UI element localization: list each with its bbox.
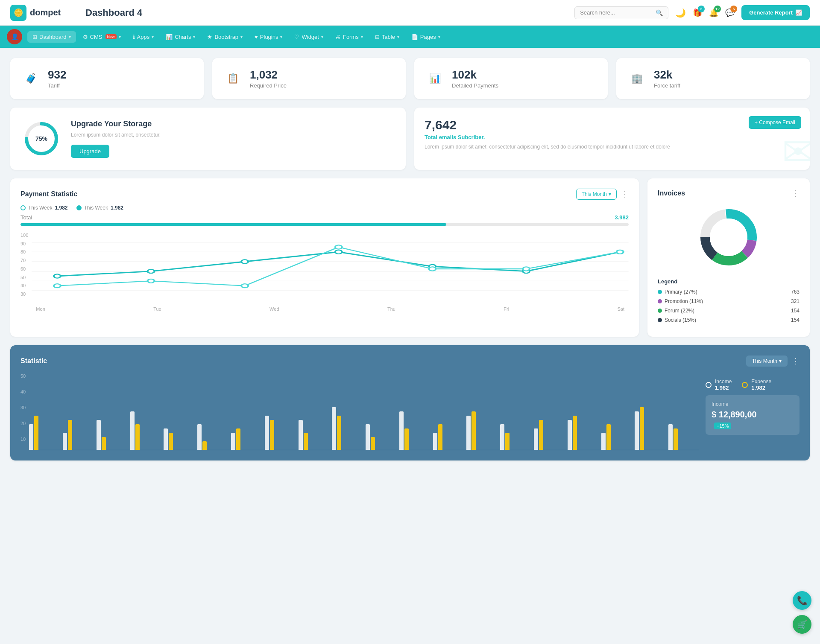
bar-yellow-8 (270, 420, 274, 450)
bar-group-11 (366, 424, 396, 450)
nav-label-dashboard: Dashboard (39, 34, 67, 40)
legend-item-2: This Week 1.982 (76, 205, 124, 211)
chevron-down-icon-forms: ▾ (361, 35, 363, 39)
bar-group-20 (668, 424, 699, 450)
nav-item-apps[interactable]: ℹ Apps ▾ (128, 31, 159, 43)
bar-yellow-4 (135, 424, 140, 450)
bar-white-9 (299, 420, 303, 450)
notification-button[interactable]: 🔔 12 (709, 8, 718, 17)
bar-white-19 (635, 411, 639, 450)
nav-item-charts[interactable]: 📊 Charts ▾ (161, 31, 200, 43)
chat-button[interactable]: 💬 5 (725, 8, 735, 17)
detailed-payments-value: 102k (452, 68, 498, 82)
svg-point-11 (335, 250, 342, 254)
bar-yellow-12 (404, 428, 409, 450)
line-chart-svg (32, 233, 629, 305)
bar-yellow-3 (102, 437, 106, 450)
statistic-title: Statistic (20, 357, 47, 365)
main-content: 🧳 932 Tariff 📋 1,032 Required Price 📊 10… (0, 48, 820, 479)
legend-left-socials: Socials (15%) (658, 317, 696, 323)
theme-toggle-icon[interactable]: 🌙 (675, 8, 686, 18)
y-90: 90 (20, 241, 28, 246)
stat-card-tariff: 🧳 932 Tariff (10, 58, 204, 99)
pages-nav-icon: 📄 (411, 34, 418, 40)
total-value: 3.982 (615, 214, 629, 221)
nav-item-dashboard[interactable]: ⊞ Dashboard ▾ (27, 31, 76, 43)
nav-item-table[interactable]: ⊟ Table ▾ (370, 31, 404, 43)
payment-legend: This Week 1.982 This Week 1.982 (20, 205, 629, 211)
nav-item-plugins[interactable]: ♥ Plugins ▾ (249, 31, 287, 43)
search-input[interactable] (580, 9, 652, 16)
chat-badge: 5 (730, 6, 737, 12)
payment-more-button[interactable]: ⋮ (621, 189, 629, 199)
compose-email-button[interactable]: + Compose Email (749, 116, 801, 129)
force-tariff-label: Force tariff (654, 82, 680, 89)
upgrade-button[interactable]: Upgrade (71, 145, 109, 158)
notification-badge: 12 (714, 6, 721, 12)
detailed-payments-icon: 📊 (425, 68, 445, 89)
required-price-value: 1,032 (250, 68, 287, 82)
bar-white-13 (433, 433, 437, 450)
income-amount: $ 12,890,00 (712, 410, 757, 420)
required-price-label: Required Price (250, 82, 287, 89)
bar-yellow-11 (371, 437, 375, 450)
bar-group-18 (601, 424, 632, 450)
nav-label-table: Table (382, 34, 395, 40)
nav-label-pages: Pages (420, 34, 436, 40)
statistic-header: Statistic This Month ▾ ⋮ (20, 356, 800, 367)
payment-progress-fill (20, 223, 446, 226)
gift-badge: 2 (698, 6, 705, 12)
storage-donut: 75% (22, 119, 61, 158)
storage-card: 75% Upgrade Your Storage Lorem ipsum dol… (10, 108, 406, 170)
total-label: Total (20, 214, 32, 221)
header-icons: 🌙 🎁 2 🔔 12 💬 5 Generate Report 📈 (675, 5, 810, 20)
gift-button[interactable]: 🎁 2 (693, 8, 702, 17)
bar-yellow-10 (337, 416, 341, 450)
nav-label-plugins: Plugins (260, 34, 278, 40)
statistic-month-label: This Month (752, 358, 777, 364)
y-40: 40 (20, 283, 28, 288)
invoices-title: Invoices (658, 189, 685, 197)
this-month-button[interactable]: This Month ▾ (576, 189, 617, 200)
search-box[interactable]: 🔍 (574, 6, 668, 19)
svg-point-27 (710, 219, 747, 256)
expense-legend-val: 1.982 (751, 385, 771, 391)
legend-header: Legend (658, 278, 800, 285)
generate-report-button[interactable]: Generate Report 📈 (741, 5, 810, 20)
bar-chart-area: 50 40 30 20 10 (20, 373, 699, 450)
bar-group-5 (164, 428, 194, 450)
email-background-icon: ✉ (782, 129, 810, 170)
socials-color-dot (658, 318, 662, 322)
promotion-legend-value: 321 (791, 298, 800, 304)
x-fri: Fri (504, 306, 509, 312)
invoices-header: Invoices ⋮ (658, 189, 800, 198)
primary-color-dot (658, 290, 662, 294)
forum-legend-label: Forum (22%) (665, 308, 694, 314)
income-amount-row: $ 12,890,00 (712, 410, 794, 420)
statistic-more-button[interactable]: ⋮ (792, 356, 800, 366)
bar-group-10 (332, 407, 362, 450)
nav-item-forms[interactable]: 🖨 Forms ▾ (330, 31, 368, 43)
tariff-icon: 🧳 (20, 68, 41, 89)
table-nav-icon: ⊟ (375, 34, 380, 40)
nav-item-pages[interactable]: 📄 Pages ▾ (406, 31, 445, 43)
chevron-down-icon-pages: ▾ (438, 35, 440, 39)
income-legend-item: Income 1.982 (706, 379, 732, 391)
svg-point-8 (54, 274, 61, 278)
invoices-more-button[interactable]: ⋮ (792, 189, 800, 198)
nav-item-widget[interactable]: ♡ Widget ▾ (289, 31, 328, 43)
nav-item-bootstrap[interactable]: ★ Bootstrap ▾ (202, 31, 248, 43)
statistic-this-month-button[interactable]: This Month ▾ (746, 356, 788, 367)
bar-group-1 (29, 416, 59, 450)
primary-legend-value: 763 (791, 289, 800, 295)
bar-white-4 (130, 411, 135, 450)
nav-item-cms[interactable]: ⚙ CMS New ▾ (78, 31, 126, 43)
svg-point-20 (523, 267, 530, 271)
nav-label-cms: CMS (90, 34, 102, 40)
storage-title: Upgrade Your Storage (71, 119, 161, 128)
bar-group-7 (231, 428, 261, 450)
generate-report-label: Generate Report (749, 9, 793, 16)
expense-legend-label: Expense (751, 379, 771, 385)
x-mon: Mon (36, 306, 45, 312)
bar-white-20 (668, 424, 673, 450)
